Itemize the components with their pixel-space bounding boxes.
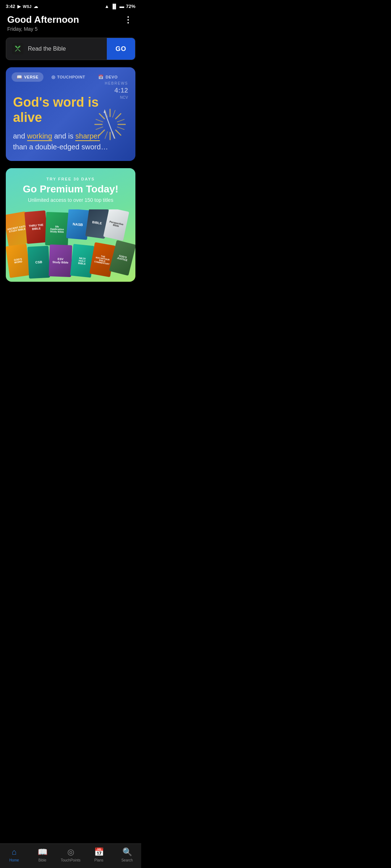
- signal-icon: ▐▌: [111, 4, 118, 9]
- read-bible-text: Read the Bible: [28, 46, 66, 52]
- dot-3: [127, 22, 129, 24]
- read-bible-bar: Read the Bible GO: [6, 38, 135, 60]
- premium-subtitle: Unlimited access to over 150 top titles: [13, 197, 128, 203]
- book-gods-word: GOD'SWORD: [6, 243, 31, 278]
- more-menu-button[interactable]: [122, 14, 134, 26]
- read-bible-content[interactable]: Read the Bible: [6, 38, 107, 60]
- book-life-application: lifeApplicationStudy Bible: [45, 212, 69, 246]
- status-bar: 3:42 ▶ WSJ ☁ ▲ ▐▌ ▬ 72%: [0, 0, 141, 11]
- svg-line-9: [113, 110, 115, 117]
- status-time: 3:42 ▶ WSJ ☁: [6, 4, 38, 9]
- svg-line-10: [117, 119, 124, 122]
- dot-2: [127, 19, 129, 21]
- svg-line-13: [105, 132, 108, 139]
- premium-card[interactable]: TRY FREE 30 DAYS Go Premium Today! Unlim…: [6, 168, 135, 282]
- sun-decoration-icon: [92, 106, 128, 142]
- verse-main-span: God's word is alive: [13, 95, 99, 124]
- svg-line-6: [99, 130, 104, 135]
- book-esv: ESVStudy Bible: [49, 244, 72, 277]
- go-button[interactable]: GO: [107, 38, 135, 60]
- touchpoint-tab-label: TOUCHPOINT: [57, 75, 85, 79]
- youtube-icon: ▶: [17, 4, 21, 9]
- svg-line-14: [96, 127, 103, 129]
- books-display: ANCIENT FAITHSTUDY BIBLE THRU THEBIBLE l…: [6, 209, 135, 282]
- status-indicators: ▲ ▐▌ ▬ 72%: [105, 4, 135, 9]
- svg-line-8: [99, 114, 104, 119]
- verse-reference: HEBREWS 4:12 NCV: [105, 81, 128, 100]
- verse-highlight-working: working: [27, 132, 52, 141]
- cloud-icon: ☁: [34, 4, 38, 9]
- premium-title: Go Premium Today!: [13, 183, 128, 195]
- svg-line-11: [117, 127, 124, 129]
- battery-percent: 72%: [126, 4, 135, 9]
- verse-tab-label: VERSE: [24, 75, 39, 79]
- devo-tab-icon: 📅: [98, 75, 104, 80]
- tab-touchpoint[interactable]: ◎ TOUCHPOINT: [46, 72, 90, 82]
- tab-verse[interactable]: 📖 VERSE: [12, 72, 43, 82]
- wifi-icon: ▲: [105, 4, 109, 9]
- book-csb: CSB: [28, 246, 50, 279]
- svg-line-15: [96, 119, 103, 122]
- verse-content: HEBREWS 4:12 NCV God's word is alive and…: [6, 85, 135, 161]
- svg-line-4: [116, 130, 121, 135]
- premium-try-label: TRY FREE 30 DAYS: [13, 177, 128, 181]
- svg-line-2: [116, 114, 121, 119]
- battery-icon: ▬: [119, 4, 124, 9]
- header: Good Afternoon Friday, May 5: [0, 11, 141, 38]
- date-text: Friday, May 5: [7, 26, 79, 32]
- premium-header: TRY FREE 30 DAYS Go Premium Today! Unlim…: [6, 168, 135, 206]
- devo-tab-label: DEVO: [106, 75, 118, 79]
- tab-devo[interactable]: 📅 DEVO: [93, 72, 123, 82]
- header-text: Good Afternoon Friday, May 5: [7, 14, 79, 32]
- greeting-text: Good Afternoon: [7, 14, 79, 25]
- touchpoint-tab-icon: ◎: [51, 75, 55, 80]
- book-thru-bible: THRU THEBIBLE: [24, 210, 48, 244]
- verse-tab-icon: 📖: [17, 75, 22, 80]
- bible-logo-icon: [12, 43, 24, 55]
- wsj-icon: WSJ: [23, 4, 31, 9]
- dot-1: [127, 16, 129, 18]
- verse-card: 📖 VERSE ◎ TOUCHPOINT 📅 DEVO: [6, 67, 135, 161]
- time-display: 3:42: [6, 4, 15, 9]
